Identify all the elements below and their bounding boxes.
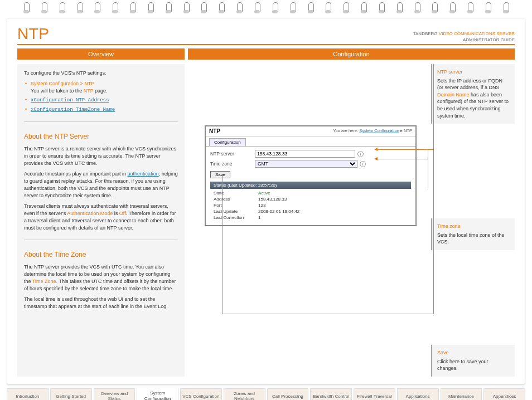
bottom-nav-tabs: Introduction Getting Started Overview an… bbox=[7, 388, 525, 400]
connector-line bbox=[378, 149, 433, 150]
nav-path-link[interactable]: System Configuration > NTP bbox=[31, 81, 94, 86]
cmd-item: xConfiguration NTP Address bbox=[31, 96, 178, 104]
tab-overview-status[interactable]: Overview and Status bbox=[94, 388, 136, 400]
status-header: Status (Last Updated: 18:57:20) bbox=[210, 182, 411, 189]
annotation-title: Save bbox=[437, 349, 509, 357]
configuration-header: Configuration bbox=[188, 48, 515, 60]
off-link[interactable]: Off bbox=[119, 211, 126, 216]
breadcrumb: You are here: System Configuration ▸ NTP bbox=[333, 128, 412, 134]
connector-line bbox=[223, 314, 433, 314]
time-zone-annotation: Time zone Sets the local time zone of th… bbox=[431, 218, 515, 250]
ntp-server-input[interactable] bbox=[255, 150, 355, 158]
tab-appendices[interactable]: Appendices bbox=[483, 388, 525, 400]
tab-zones-neighbors[interactable]: Zones and Neighbors bbox=[224, 388, 265, 400]
tab-maintenance[interactable]: Maintenance bbox=[441, 388, 482, 400]
spiral-binding bbox=[0, 0, 532, 18]
nav-path-item: System Configuration > NTP You will be t… bbox=[31, 80, 178, 95]
info-icon[interactable]: i bbox=[357, 151, 364, 157]
arrow-icon bbox=[374, 157, 378, 160]
auth-mode-link[interactable]: Authentication Mode bbox=[67, 211, 113, 216]
page-title: NTP bbox=[17, 25, 50, 43]
ntp-server-annotation: NTP server Sets the IP address or FQDN (… bbox=[431, 64, 515, 124]
overview-panel: To configure the VCS's NTP settings: Sys… bbox=[17, 64, 185, 377]
breadcrumb-link[interactable]: System Configuration bbox=[359, 128, 399, 133]
connector-line bbox=[223, 174, 223, 314]
status-table: StateActive Address158.43.128.33 Port123… bbox=[210, 189, 411, 222]
tab-vcs-configuration[interactable]: VCS Configuration bbox=[180, 388, 222, 400]
about-ntp-p3: Traversal clients must always authentica… bbox=[24, 203, 178, 232]
tab-system-configuration[interactable]: System Configuration bbox=[137, 388, 178, 400]
ntp-screenshot: NTP You are here: System Configuration ▸… bbox=[205, 125, 417, 226]
cmd-link[interactable]: xConfiguration NTP Address bbox=[31, 97, 109, 103]
intro-text: To configure the VCS's NTP settings: bbox=[24, 70, 178, 77]
save-button[interactable]: Save bbox=[210, 171, 230, 178]
connector-line bbox=[428, 149, 428, 188]
about-tz-p1: The NTP server provides the VCS with UTC… bbox=[24, 264, 178, 292]
ntp-server-label: NTP server bbox=[210, 151, 255, 157]
cmd-item: xConfiguration TimeZone Name bbox=[31, 106, 178, 114]
time-zone-label: Time zone bbox=[210, 161, 255, 167]
authentication-link[interactable]: authentication bbox=[128, 171, 159, 177]
overview-header: Overview bbox=[17, 48, 185, 60]
about-tz-p2: The local time is used throughout the we… bbox=[24, 296, 178, 310]
tab-bandwidth-control[interactable]: Bandwidth Control bbox=[310, 388, 352, 400]
doc-header: TANDBERG VIDEO COMMUNICATIONS SERVER ADM… bbox=[413, 31, 515, 43]
about-ntp-p1: The NTP server is a remote server with w… bbox=[24, 145, 178, 167]
time-zone-link[interactable]: Time Zone. bbox=[32, 279, 57, 284]
annotation-title: Time zone bbox=[437, 223, 509, 230]
cmd-link[interactable]: xConfiguration TimeZone Name bbox=[31, 107, 115, 113]
shot-title: NTP bbox=[209, 128, 220, 134]
tab-call-processing[interactable]: Call Processing bbox=[267, 388, 309, 400]
info-icon[interactable]: i bbox=[360, 161, 366, 167]
tab-firewall-traversal[interactable]: Firewall Traversal bbox=[354, 388, 395, 400]
annotation-title: NTP server bbox=[437, 69, 509, 76]
about-ntp-p2: Accurate timestamps play an important pa… bbox=[24, 170, 178, 199]
arrow-icon bbox=[374, 148, 378, 151]
about-tz-heading: About the Time Zone bbox=[24, 250, 178, 260]
tab-applications[interactable]: Applications bbox=[397, 388, 439, 400]
ntp-link[interactable]: NTP bbox=[84, 88, 94, 94]
connector-line bbox=[378, 159, 428, 159]
tab-getting-started[interactable]: Getting Started bbox=[50, 388, 92, 400]
save-annotation: Save Click here to save your changes. bbox=[431, 345, 515, 377]
domain-name-link[interactable]: Domain Name bbox=[437, 92, 470, 97]
config-panel: NTP You are here: System Configuration ▸… bbox=[188, 64, 428, 377]
tab-introduction[interactable]: Introduction bbox=[7, 388, 49, 400]
time-zone-select[interactable]: GMT bbox=[255, 160, 357, 168]
connector-line bbox=[433, 64, 434, 314]
about-ntp-heading: About the NTP Server bbox=[24, 132, 178, 142]
config-tab[interactable]: Configuration bbox=[209, 138, 246, 146]
